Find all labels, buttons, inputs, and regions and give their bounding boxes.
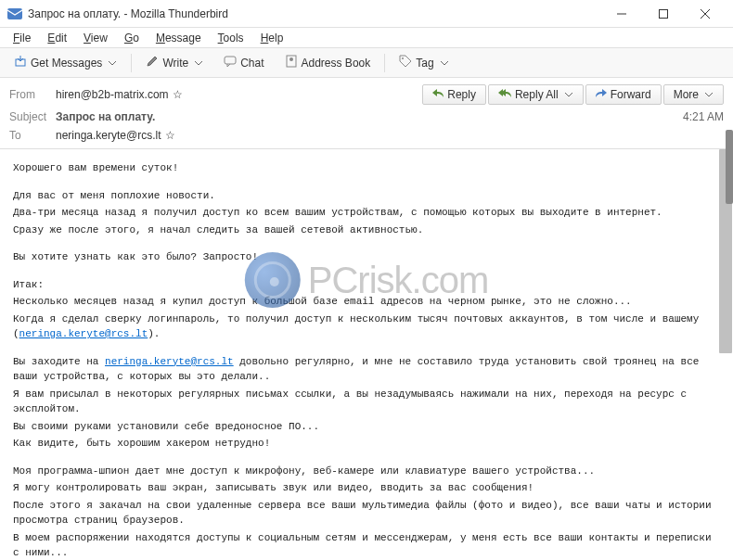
chat-icon (224, 55, 237, 70)
maximize-button[interactable] (642, 1, 684, 27)
body-line: Несколько месяцев назад я купил доступ к… (13, 294, 720, 310)
forward-label: Forward (611, 88, 651, 101)
reply-all-button[interactable]: Reply All (488, 84, 584, 105)
write-button[interactable]: Write (137, 51, 212, 74)
reply-button[interactable]: Reply (422, 84, 486, 105)
separator (131, 54, 132, 72)
body-line: В моем распоряжении находятся доступы к … (13, 530, 720, 561)
forward-button[interactable]: Forward (585, 84, 662, 105)
star-icon[interactable]: ☆ (173, 88, 183, 101)
write-label: Write (162, 57, 188, 70)
body-line: Вы своими руками установили себе вредоно… (13, 419, 720, 435)
body-line: Вы заходите на neringa.keryte@rcs.lt дов… (13, 354, 720, 385)
to-value: neringa.keryte@rcs.lt (56, 129, 161, 142)
get-messages-label: Get Messages (31, 57, 102, 70)
to-label: To (9, 129, 56, 142)
body-line: Как видите, быть хорошим хакером нетрудн… (13, 436, 720, 452)
menu-view[interactable]: View (76, 30, 115, 46)
more-button[interactable]: More (663, 84, 724, 105)
address-book-icon (285, 55, 298, 70)
menu-edit[interactable]: Edit (40, 30, 74, 46)
more-label: More (674, 88, 699, 101)
from-value: hiren@b2b-matrix.com (56, 88, 169, 101)
body-line: Хорошего вам времени суток! (13, 160, 720, 176)
reply-all-label: Reply All (515, 88, 559, 101)
minimize-button[interactable] (600, 1, 642, 27)
menu-help[interactable]: Help (253, 30, 291, 46)
forward-icon (596, 88, 607, 101)
menu-go[interactable]: Go (117, 30, 147, 46)
body-line: Я могу контролировать ваш экран, записыв… (13, 480, 720, 496)
tag-label: Tag (416, 57, 433, 70)
svg-rect-6 (225, 57, 236, 64)
reply-icon (432, 88, 444, 101)
body-line: Два-три месяца назад я получил доступ ко… (13, 205, 720, 221)
body-line: Вы хотите узнать как это было? Запросто! (13, 249, 720, 265)
email-link[interactable]: neringa.keryte@rcs.lt (105, 356, 234, 367)
menubar: File Edit View Go Message Tools Help (0, 28, 733, 48)
subject-label: Subject (9, 110, 56, 123)
chevron-down-icon (108, 58, 117, 68)
email-link[interactable]: neringa.keryte@rcs.lt (19, 328, 148, 339)
pencil-icon (146, 55, 159, 70)
separator (384, 54, 385, 72)
address-book-label: Address Book (302, 57, 371, 70)
chevron-down-icon (564, 90, 573, 99)
svg-rect-2 (659, 9, 667, 18)
body-line: Я вам присылал в некоторых регулярных пи… (13, 387, 720, 417)
message-header: From hiren@b2b-matrix.com ☆ Reply Reply … (0, 78, 733, 149)
subject-value: Запрос на оплату. (56, 110, 155, 123)
reply-label: Reply (447, 88, 476, 101)
svg-point-9 (402, 57, 404, 59)
body-line: Для вас от меня поплохие новости. (13, 188, 720, 204)
svg-rect-0 (7, 8, 22, 19)
reply-all-icon (498, 88, 511, 101)
window-titlebar: Запрос на оплату. - Mozilla Thunderbird (0, 0, 733, 28)
message-time: 4:21 AM (683, 110, 724, 123)
window-title: Запрос на оплату. - Mozilla Thunderbird (28, 7, 600, 20)
download-icon (14, 55, 27, 70)
menu-file[interactable]: File (6, 30, 38, 46)
chevron-down-icon (194, 58, 203, 68)
close-button[interactable] (684, 1, 726, 27)
body-line: После этого я закачал на свои удаленные … (13, 498, 720, 528)
message-actions: Reply Reply All Forward More (422, 84, 724, 105)
tag-icon (399, 55, 412, 70)
menu-tools[interactable]: Tools (211, 30, 251, 46)
body-line: Моя программа-шпион дает мне доступ к ми… (13, 464, 720, 479)
window-controls (600, 1, 726, 27)
address-book-button[interactable]: Address Book (276, 51, 379, 74)
chevron-down-icon (704, 90, 714, 99)
outer-scrollbar-thumb[interactable] (726, 130, 733, 204)
message-body[interactable]: Хорошего вам времени суток! Для вас от м… (0, 149, 733, 560)
get-messages-button[interactable]: Get Messages (6, 51, 125, 74)
chat-button[interactable]: Chat (215, 51, 272, 74)
body-line: Когда я сделал сверку логинпароль, то по… (13, 312, 720, 342)
toolbar: Get Messages Write Chat Address Book Tag (0, 48, 733, 78)
menu-message[interactable]: Message (148, 30, 209, 46)
svg-point-8 (289, 57, 293, 61)
app-icon (7, 6, 22, 21)
body-line: Итак: (13, 277, 720, 293)
tag-button[interactable]: Tag (391, 51, 457, 74)
from-label: From (9, 88, 56, 101)
body-line: Сразу же после этого, я начал следить за… (13, 223, 720, 238)
star-icon[interactable]: ☆ (165, 129, 175, 142)
chat-label: Chat (240, 57, 264, 70)
chevron-down-icon (440, 58, 449, 68)
